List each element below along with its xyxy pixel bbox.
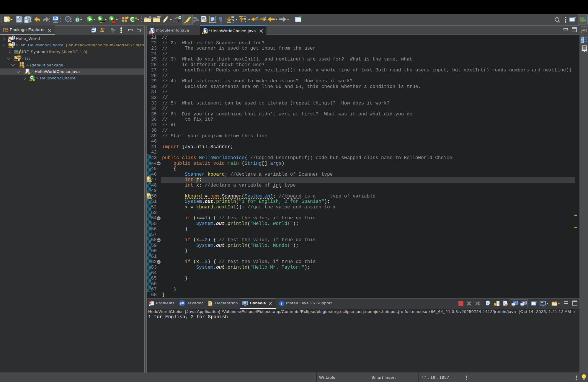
svg-text:¶: ¶ bbox=[218, 15, 222, 23]
